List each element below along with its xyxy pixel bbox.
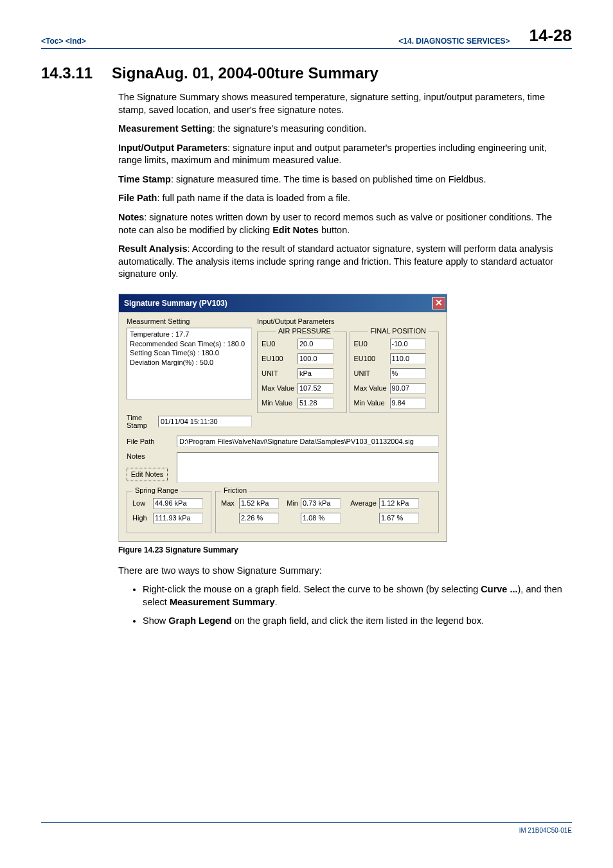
notes-textarea[interactable] bbox=[177, 452, 439, 483]
final-position-group: FINAL POSITION EU0 EU100 UNIT Max Value … bbox=[350, 332, 440, 413]
close-icon[interactable]: ✕ bbox=[432, 297, 445, 310]
dialog-title-text: Signature Summary (PV103) bbox=[124, 299, 227, 308]
footer-docid: IM 21B04C50-01E bbox=[0, 823, 613, 847]
ap-min-field[interactable] bbox=[298, 398, 333, 409]
def-time-stamp: Time Stamp: signature measured time. The… bbox=[118, 173, 572, 186]
ap-unit-field[interactable] bbox=[298, 368, 333, 379]
section-number: 14.3.11 bbox=[41, 64, 93, 82]
def-notes: Notes: signature notes written down by u… bbox=[118, 211, 572, 236]
ap-max-field[interactable] bbox=[298, 383, 333, 394]
spring-range-legend: Spring Range bbox=[132, 486, 181, 494]
fp-min-field[interactable] bbox=[390, 398, 426, 409]
friction-group: Friction Max Min Average bbox=[215, 491, 439, 533]
final-position-legend: FINAL POSITION bbox=[368, 327, 429, 335]
time-stamp-field[interactable] bbox=[158, 416, 252, 427]
toc-link[interactable]: <Toc> bbox=[41, 37, 63, 46]
spring-low-field[interactable] bbox=[153, 498, 203, 509]
air-pressure-group: AIR PRESSURE EU0 EU100 UNIT Max Value Mi… bbox=[257, 332, 347, 413]
section-title: SignaAug. 01, 2004-00ture Summary bbox=[112, 64, 378, 82]
intro-paragraph: The Signature Summary shows measured tem… bbox=[118, 91, 572, 116]
friction-avg-field[interactable] bbox=[379, 498, 419, 509]
ap-eu0-field[interactable] bbox=[298, 339, 333, 350]
fp-unit-field[interactable] bbox=[390, 368, 426, 379]
friction-legend: Friction bbox=[221, 486, 249, 494]
ap-eu100-field[interactable] bbox=[298, 353, 333, 364]
signature-summary-dialog: Signature Summary (PV103) ✕ Measurment S… bbox=[118, 294, 447, 542]
two-ways-intro: There are two ways to show Signature Sum… bbox=[118, 565, 572, 578]
def-file-path: File Path: full path name if the data is… bbox=[118, 192, 572, 205]
figure-caption: Figure 14.23 Signature Summary bbox=[118, 545, 572, 554]
measurement-setting-label: Measurment Setting bbox=[127, 316, 252, 328]
page-header: <Toc> <Ind> <14. DIAGNOSTIC SERVICES> 14… bbox=[41, 26, 572, 46]
edit-notes-button[interactable]: Edit Notes bbox=[127, 468, 168, 481]
friction-min-field[interactable] bbox=[301, 498, 341, 509]
def-measurement-setting: Measurement Setting: the signature's mea… bbox=[118, 123, 572, 136]
chapter-link[interactable]: <14. DIAGNOSTIC SERVICES> bbox=[398, 37, 510, 46]
spring-range-group: Spring Range Low High bbox=[127, 491, 211, 533]
header-rule bbox=[41, 48, 572, 49]
page-number: 14-28 bbox=[529, 26, 573, 46]
fp-eu100-field[interactable] bbox=[390, 353, 426, 364]
file-path-field[interactable] bbox=[177, 436, 439, 447]
fp-max-field[interactable] bbox=[390, 383, 426, 394]
time-stamp-label: Time Stamp bbox=[127, 414, 153, 429]
ind-link[interactable]: <Ind> bbox=[66, 37, 86, 46]
io-parameters-label: Input/Output Parameters bbox=[257, 316, 439, 328]
friction-max-pct-field[interactable] bbox=[239, 513, 279, 524]
def-result-analysis: Result Analysis: According to the result… bbox=[118, 243, 572, 281]
fp-eu0-field[interactable] bbox=[390, 339, 426, 350]
friction-max-field[interactable] bbox=[239, 498, 279, 509]
spring-high-field[interactable] bbox=[153, 513, 203, 524]
section-heading: 14.3.11 SignaAug. 01, 2004-00ture Summar… bbox=[41, 64, 572, 82]
dialog-titlebar[interactable]: Signature Summary (PV103) ✕ bbox=[119, 294, 447, 312]
file-path-label: File Path bbox=[127, 438, 172, 445]
bullet-2: Show Graph Legend on the graph field, an… bbox=[143, 615, 572, 628]
bullet-1: Right-click the mouse on a graph field. … bbox=[143, 583, 572, 608]
def-io-parameters: Input/Output Parameters: signature input… bbox=[118, 142, 572, 167]
notes-label: Notes bbox=[127, 452, 172, 460]
measurement-setting-box: Temperature : 17.7 Recommended Scan Time… bbox=[127, 328, 252, 400]
friction-min-pct-field[interactable] bbox=[301, 513, 341, 524]
air-pressure-legend: AIR PRESSURE bbox=[276, 327, 333, 335]
friction-avg-pct-field[interactable] bbox=[379, 513, 419, 524]
